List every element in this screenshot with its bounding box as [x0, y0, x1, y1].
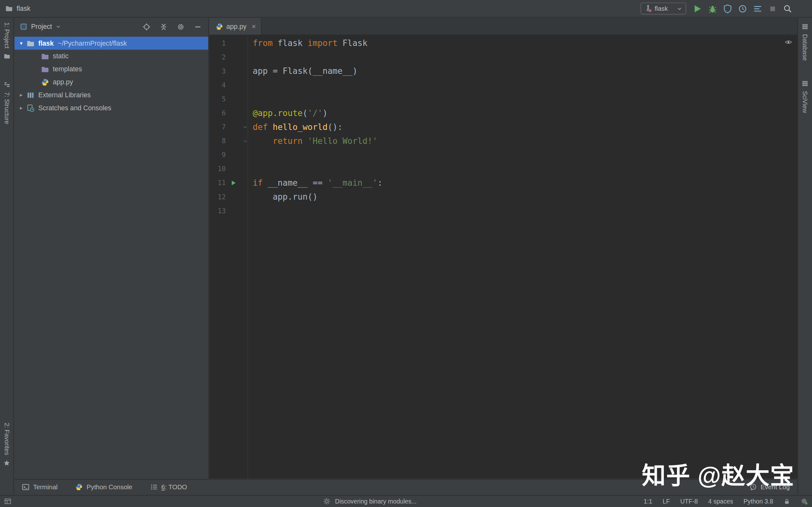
background-tasks-gear-icon[interactable]	[801, 498, 808, 505]
editor-area: app.py × 1from flask import Flask23app =…	[209, 18, 798, 478]
run-config-label: flask	[655, 5, 668, 12]
tool-button-database[interactable]: Database	[798, 23, 812, 60]
python-file-icon	[215, 22, 223, 30]
line-number: 10	[209, 165, 248, 173]
tab-app-py[interactable]: app.py ×	[209, 18, 262, 35]
indent-widget[interactable]: 4 spaces	[708, 498, 733, 505]
fold-marker-icon[interactable]	[242, 124, 248, 130]
tool-window-switcher-icon[interactable]	[4, 498, 11, 505]
run-icon[interactable]	[693, 4, 702, 13]
code-text: app.run()	[247, 192, 317, 202]
line-number: 8	[209, 137, 248, 145]
status-widgets: 1:1 LF UTF-8 4 spaces Python 3.8	[644, 496, 808, 507]
status-message-area: Discovering binary modules...	[323, 496, 417, 507]
database-icon	[802, 23, 808, 30]
line-number: 9	[209, 151, 248, 159]
tool-button-favorites[interactable]: 2: Favorites	[0, 423, 13, 466]
tool-button-python-console[interactable]: Python Console	[75, 483, 132, 491]
sciview-icon	[802, 80, 808, 87]
tree-row-flask[interactable]: ▾flask~/PycharmProject/flask	[14, 37, 208, 50]
code-editor[interactable]: 1from flask import Flask23app = Flask(__…	[209, 36, 798, 479]
stop-icon[interactable]	[768, 4, 777, 13]
code-line[interactable]: 9	[209, 148, 798, 162]
watermark: 知乎 @赵大宝	[642, 456, 794, 491]
code-line[interactable]: 6@app.route('/')	[209, 106, 798, 120]
line-separator-widget[interactable]: LF	[663, 498, 670, 505]
code-line[interactable]: 7def hello_world():	[209, 120, 798, 134]
lock-icon[interactable]	[783, 498, 790, 504]
project-stripe-icon	[3, 53, 10, 59]
tool-button-sciview[interactable]: SciView	[798, 80, 812, 113]
line-number: 1	[209, 39, 248, 47]
line-number: 11	[209, 179, 248, 187]
code-line[interactable]: 8 return 'Hello World!'	[209, 134, 798, 148]
line-number: 13	[209, 207, 248, 215]
titlebar: flask flask	[0, 0, 812, 18]
debug-icon[interactable]	[708, 4, 717, 13]
tree-item-label: Scratches and Consoles	[38, 104, 111, 112]
hide-panel-icon[interactable]	[194, 22, 202, 31]
code-line[interactable]: 10	[209, 162, 798, 176]
tool-button-todo-label: 6: TODO	[161, 484, 187, 491]
project-panel-title[interactable]: Project	[31, 23, 52, 31]
line-number: 2	[209, 53, 248, 61]
collapse-all-icon[interactable]	[159, 22, 168, 31]
tool-button-favorites-label: 2: Favorites	[3, 423, 10, 455]
tool-button-python-console-label: Python Console	[87, 484, 132, 491]
line-number: 7	[209, 123, 248, 131]
code-lines: 1from flask import Flask23app = Flask(__…	[209, 36, 798, 218]
tool-button-structure[interactable]: 7: Structure	[0, 81, 13, 124]
gear-icon[interactable]	[177, 22, 185, 31]
star-icon	[3, 459, 10, 466]
tree-row-templates[interactable]: templates	[14, 63, 208, 76]
code-text: if __name__ == '__main__':	[247, 178, 382, 188]
chevron-right-icon[interactable]: ▸	[16, 92, 26, 98]
encoding-widget[interactable]: UTF-8	[680, 498, 698, 505]
code-line[interactable]: 4	[209, 78, 798, 92]
code-line[interactable]: 11if __name__ == '__main__':	[209, 176, 798, 190]
code-line[interactable]: 12 app.run()	[209, 190, 798, 204]
structure-icon	[3, 81, 10, 88]
code-line[interactable]: 1from flask import Flask	[209, 36, 798, 50]
tree-row-static[interactable]: static	[14, 50, 208, 63]
tree-row-scratches-and-consoles[interactable]: ▸Scratches and Consoles	[14, 101, 208, 114]
tool-button-terminal-label: Terminal	[33, 484, 57, 491]
tool-button-todo[interactable]: 6: TODO	[150, 483, 187, 491]
tree-item-label: templates	[53, 65, 82, 73]
tool-button-terminal[interactable]: Terminal	[22, 483, 58, 491]
code-line[interactable]: 2	[209, 50, 798, 64]
chevron-right-icon[interactable]: ▸	[16, 105, 26, 111]
progress-spinner-icon	[323, 498, 331, 505]
scratches-icon	[26, 103, 35, 112]
run-configuration-select[interactable]: flask	[641, 3, 687, 14]
concurrency-diagram-icon[interactable]	[753, 4, 762, 13]
code-text: @app.route('/')	[247, 108, 327, 118]
chevron-down-icon[interactable]: ▾	[16, 40, 26, 46]
tree-row-app-py[interactable]: app.py	[14, 75, 208, 89]
close-icon[interactable]: ×	[252, 23, 256, 30]
run-line-icon[interactable]	[230, 179, 237, 187]
tab-label: app.py	[226, 22, 247, 30]
folder-icon	[26, 39, 35, 48]
locate-file-icon[interactable]	[142, 22, 151, 31]
code-line[interactable]: 13	[209, 204, 798, 218]
search-everywhere-icon[interactable]	[783, 4, 792, 13]
caret-position-widget[interactable]: 1:1	[644, 498, 652, 505]
inspections-eye-icon[interactable]	[784, 38, 792, 46]
tool-button-database-label: Database	[802, 34, 809, 61]
run-with-coverage-icon[interactable]	[723, 4, 732, 13]
line-number: 3	[209, 67, 248, 75]
tool-button-project[interactable]: 1: Project	[0, 22, 13, 59]
line-number: 5	[209, 95, 248, 103]
profiler-icon[interactable]	[738, 4, 747, 13]
code-line[interactable]: 3app = Flask(__name__)	[209, 64, 798, 78]
interpreter-widget[interactable]: Python 3.8	[744, 498, 773, 505]
chevron-down-icon[interactable]	[55, 24, 61, 30]
project-panel-header: Project	[14, 18, 208, 35]
editor-tabbar: app.py ×	[209, 18, 798, 35]
status-bar: Discovering binary modules... 1:1 LF UTF…	[0, 495, 812, 507]
fold-marker-icon[interactable]	[242, 138, 248, 144]
tree-row-external-libraries[interactable]: ▸External Libraries	[14, 89, 208, 101]
code-line[interactable]: 5	[209, 92, 798, 106]
terminal-icon	[22, 483, 30, 491]
